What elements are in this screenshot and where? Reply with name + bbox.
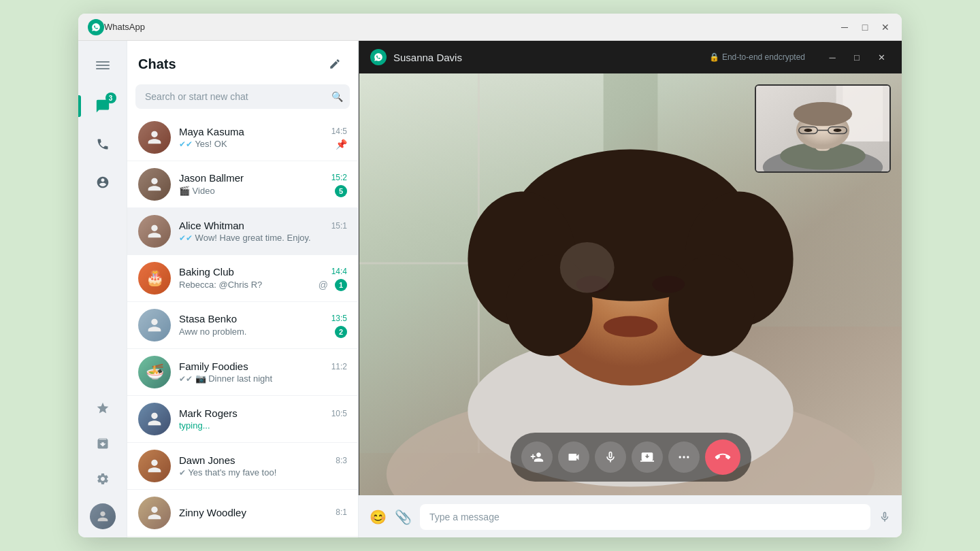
chat-preview: 🎬 Video (179, 186, 331, 196)
app-body: 3 (78, 41, 902, 537)
svg-point-20 (560, 242, 615, 293)
chat-info: Family Foodies 11:2 ✔✔ 📷 Dinner last nig… (179, 361, 347, 384)
call-maximize-button[interactable]: □ (847, 48, 866, 67)
starred-icon[interactable] (86, 392, 119, 424)
call-close-button[interactable]: ✕ (872, 48, 891, 67)
call-wa-logo (370, 49, 387, 65)
list-item[interactable]: 🍜 Family Foodies 11:2 ✔✔ 📷 Dinner last n… (127, 349, 358, 396)
chats-icon[interactable]: 3 (86, 90, 119, 122)
lock-icon: 🔒 (709, 52, 719, 62)
main-content: 😊 📎 (359, 41, 902, 537)
avatar (138, 497, 171, 529)
avatar (138, 403, 171, 435)
chat-name: Jason Ballmer (179, 172, 244, 184)
list-item[interactable]: Dawn Jones 8:3 ✔ Yes that's my fave too! (127, 443, 358, 490)
svg-point-36 (687, 456, 689, 458)
svg-point-32 (804, 129, 813, 132)
chat-list-header: Chats (127, 41, 358, 82)
chat-list-actions (323, 52, 347, 76)
call-video-area (359, 73, 902, 495)
encrypted-label: End-to-end endcrypted (722, 52, 805, 62)
window-controls: ─ □ ✕ (838, 20, 892, 34)
app-window: WhatsApp ─ □ ✕ 3 (78, 14, 902, 537)
mute-button[interactable] (595, 441, 626, 473)
minimize-button[interactable]: ─ (838, 20, 851, 34)
search-input[interactable] (135, 84, 350, 109)
emoji-button[interactable]: 😊 (370, 509, 387, 525)
svg-point-19 (604, 316, 658, 337)
call-contact-name: Susanna Davis (393, 52, 702, 63)
title-bar: WhatsApp ─ □ ✕ (78, 14, 902, 41)
status-icon[interactable] (86, 166, 119, 199)
list-item[interactable]: 🎂 Baking Club 14:4 Rebecca: @Chris R? @ … (127, 255, 358, 302)
svg-rect-1 (96, 65, 110, 66)
list-item[interactable]: Mark Rogers 10:5 typing... (127, 396, 358, 443)
chat-name: Baking Club (179, 266, 234, 278)
chat-time: 10:5 (331, 409, 347, 418)
video-toggle-button[interactable] (558, 441, 589, 473)
chat-preview: typing... (179, 420, 347, 431)
unread-badge: 2 (335, 326, 347, 338)
search-bar: 🔍 (135, 84, 350, 109)
chat-preview: ✔✔ Yes! OK (179, 139, 336, 149)
search-icon: 🔍 (331, 91, 343, 102)
video-call-window: Susanna Davis 🔒 End-to-end endcrypted ─ … (359, 41, 902, 495)
calls-icon[interactable] (86, 128, 119, 161)
chat-name: Alice Whitman (179, 220, 244, 231)
chat-info: Stasa Benko 13:5 Aww no problem. 2 (179, 313, 347, 338)
icon-rail: 3 (78, 41, 127, 537)
chats-badge: 3 (105, 93, 116, 103)
list-item[interactable]: Stasa Benko 13:5 Aww no problem. 2 (127, 302, 358, 349)
svg-rect-2 (96, 68, 110, 69)
end-call-button[interactable] (705, 439, 740, 475)
chat-name: Family Foodies (179, 361, 248, 372)
avatar (138, 450, 171, 482)
chat-time: 14:5 (331, 127, 347, 136)
menu-icon[interactable] (86, 49, 119, 82)
call-window-controls: ─ □ ✕ (823, 48, 891, 67)
list-item[interactable]: Alice Whitman 15:1 ✔✔ Wow! Have great ti… (127, 208, 358, 255)
chat-time: 11:2 (331, 362, 347, 371)
unread-badge: 5 (335, 185, 347, 197)
maximize-button[interactable]: □ (858, 20, 872, 34)
chat-time: 8:1 (336, 507, 347, 517)
chats-title: Chats (138, 56, 176, 72)
chat-name: Mark Rogers (179, 407, 238, 419)
message-input[interactable] (420, 504, 870, 530)
avatar: 🎂 (138, 262, 171, 295)
mic-button[interactable] (879, 511, 891, 523)
chat-info: Alice Whitman 15:1 ✔✔ Wow! Have great ti… (179, 220, 347, 243)
avatar (138, 309, 171, 341)
chat-time: 15:1 (331, 221, 347, 231)
chat-name: Zinny Woodley (179, 507, 246, 518)
call-minimize-button[interactable]: ─ (823, 48, 842, 67)
chat-info: Mark Rogers 10:5 typing... (179, 407, 347, 431)
more-options-button[interactable] (668, 441, 700, 473)
settings-icon[interactable] (86, 463, 119, 495)
avatar: 🍜 (138, 356, 171, 388)
call-title-bar: Susanna Davis 🔒 End-to-end endcrypted ─ … (359, 41, 902, 73)
chat-time: 13:5 (331, 314, 347, 323)
screen-share-button[interactable] (632, 441, 663, 473)
call-controls (510, 433, 751, 482)
svg-point-33 (834, 129, 842, 132)
avatar (138, 121, 171, 154)
avatar (138, 168, 171, 201)
chat-preview: Aww no problem. (179, 327, 331, 337)
chat-info: Zinny Woodley 8:1 (179, 507, 347, 520)
new-chat-button[interactable] (323, 52, 347, 76)
avatar (138, 215, 171, 248)
user-avatar[interactable] (90, 503, 116, 529)
chat-preview: Rebecca: @Chris R? (179, 280, 318, 290)
add-participant-button[interactable] (521, 441, 553, 473)
unread-badge: 1 (335, 279, 347, 291)
list-item[interactable]: Maya Kasuma 14:5 ✔✔ Yes! OK 📌 (127, 114, 358, 161)
archive-icon[interactable] (86, 427, 119, 460)
list-item[interactable]: Zinny Woodley 8:1 (127, 490, 358, 537)
list-item[interactable]: Jason Ballmer 15:2 🎬 Video 5 (127, 161, 358, 208)
close-button[interactable]: ✕ (879, 20, 892, 34)
chat-info: Dawn Jones 8:3 ✔ Yes that's my fave too! (179, 454, 347, 478)
attach-button[interactable]: 📎 (395, 509, 412, 525)
chat-preview: ✔ Yes that's my fave too! (179, 467, 347, 478)
svg-rect-0 (96, 61, 110, 63)
